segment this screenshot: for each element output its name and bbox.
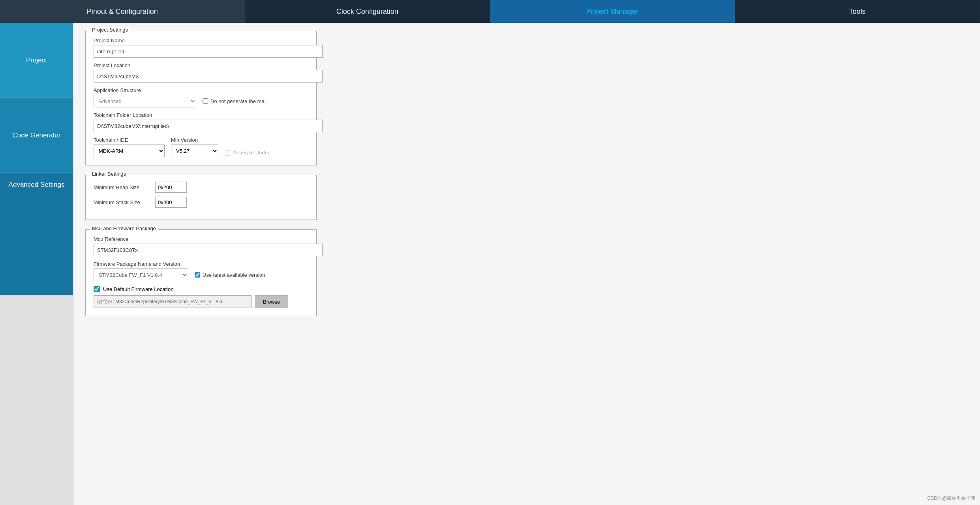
toolchain-row: Toolchain / IDE MDK-ARM Min Version V5.2… [94,137,308,157]
toolchain-folder-group: Toolchain Folder Location [94,112,308,132]
firmware-package-label: Firmware Package Name and Version [94,261,308,267]
application-structure-select[interactable]: Advanced [94,95,196,107]
tab-project-manager[interactable]: Project Manager [490,0,735,23]
sidebar-item-project[interactable]: Project [0,23,73,98]
do-not-generate-label[interactable]: Do not generate the ma... [203,98,268,104]
firmware-location-input[interactable] [94,295,252,308]
firmware-row: STM32Cube FW_F1 V1.8.4 Use latest availa… [94,268,308,281]
project-location-label: Project Location [94,62,308,68]
mcu-reference-group: Mcu Reference [94,236,308,256]
do-not-generate-checkbox[interactable] [203,98,208,104]
project-name-label: Project Name [94,38,308,43]
sidebar-item-advanced-settings[interactable]: Advanced Settings [0,173,73,295]
project-settings-section: Project Settings Project Name Project Lo… [85,31,317,165]
toolchain-ide-label: Toolchain / IDE [94,137,165,143]
use-default-label: Use Default Firmware Location [103,286,173,292]
toolchain-ide-group: Toolchain / IDE MDK-ARM [94,137,165,157]
linker-settings-section: Linker Settings Minimum Heap Size Minimu… [85,175,317,220]
min-heap-row: Minimum Heap Size [94,182,308,193]
toolchain-folder-input[interactable] [94,120,323,132]
top-navigation: Pinout & Configuration Clock Configurati… [0,0,980,23]
project-location-input[interactable] [94,70,323,83]
project-name-group: Project Name [94,38,308,58]
sidebar-item-code-generator[interactable]: Code Generator [0,98,73,173]
tab-tools[interactable]: Tools [735,0,980,23]
watermark: CSDN @森林里有个我 [927,495,975,502]
location-row: Browse [94,295,308,308]
mcu-firmware-title: Mcu and Firmware Package [90,225,158,231]
right-panel [329,23,980,505]
generate-under-label[interactable]: Generate Under ... [225,150,275,156]
tab-clock[interactable]: Clock Configuration [245,0,490,23]
min-stack-label: Minimum Stack Size [94,199,149,205]
application-structure-group: Application Structure Advanced Do not ge… [94,87,308,107]
use-default-checkbox[interactable] [94,286,100,292]
project-location-group: Project Location [94,62,308,83]
application-structure-label: Application Structure [94,87,308,93]
min-version-label: Min Version [171,137,218,143]
firmware-package-select[interactable]: STM32Cube FW_F1 V1.8.4 [94,268,188,281]
use-default-row: Use Default Firmware Location [94,286,308,292]
linker-settings-title: Linker Settings [90,171,128,177]
min-version-group: Min Version V5.27 [171,137,218,157]
min-stack-input[interactable] [155,197,187,208]
firmware-package-group: Firmware Package Name and Version STM32C… [94,261,308,281]
tab-pinout[interactable]: Pinout & Configuration [0,0,245,23]
use-latest-checkbox[interactable] [195,272,200,278]
content-area: Project Settings Project Name Project Lo… [73,23,329,505]
project-settings-title: Project Settings [90,27,130,33]
browse-button[interactable]: Browse [255,295,288,308]
min-heap-label: Minimum Heap Size [94,184,149,190]
mcu-reference-label: Mcu Reference [94,236,308,242]
app-structure-row: Advanced Do not generate the ma... [94,95,308,107]
generate-under-checkbox[interactable] [225,150,230,156]
main-layout: Project Code Generator Advanced Settings… [0,23,980,505]
toolchain-ide-select[interactable]: MDK-ARM [94,145,165,157]
project-name-input[interactable] [94,45,323,58]
sidebar: Project Code Generator Advanced Settings [0,23,73,505]
min-version-select[interactable]: V5.27 [171,145,218,157]
mcu-reference-input[interactable] [94,244,323,256]
use-latest-label[interactable]: Use latest available version [195,272,265,278]
min-stack-row: Minimum Stack Size [94,197,308,208]
toolchain-folder-label: Toolchain Folder Location [94,112,308,118]
min-heap-input[interactable] [155,182,187,193]
mcu-firmware-section: Mcu and Firmware Package Mcu Reference F… [85,229,317,316]
